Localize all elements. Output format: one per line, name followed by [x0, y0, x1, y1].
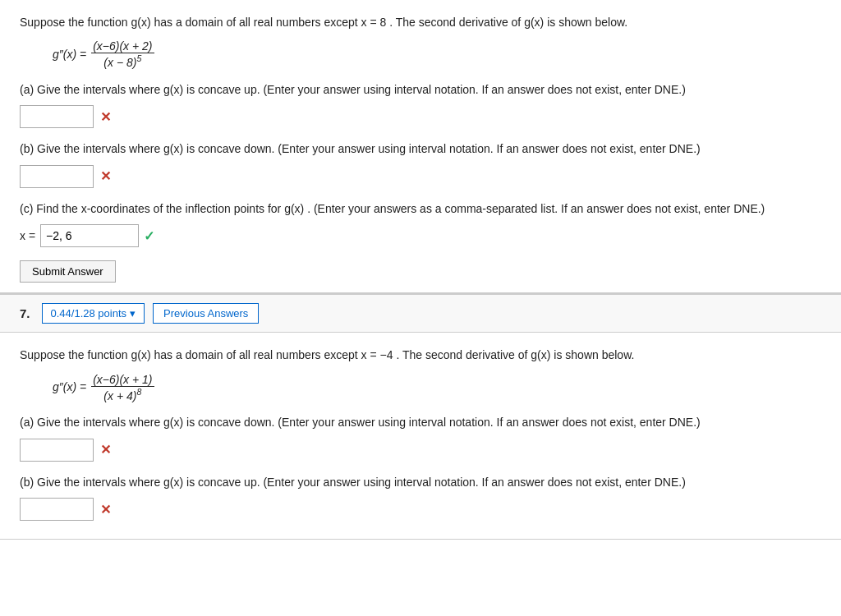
problem7-intro: Suppose the function g(x) has a domain o…: [20, 346, 821, 364]
problem7-fraction: (x−6)(x + 1) (x + 4)8: [91, 373, 154, 402]
problem7-numerator: (x−6)(x + 1): [91, 373, 154, 387]
problem6-partB-row: ✕: [20, 165, 821, 188]
problem7-partB-row: ✕: [20, 498, 821, 521]
problem7-partB-x-icon: ✕: [100, 502, 111, 517]
problem7-points-badge[interactable]: 0.44/1.28 points ▾: [42, 303, 145, 324]
problem6-partC-label: (c) Find the x-coordinates of the inflec…: [20, 200, 821, 218]
problem6-partA-row: ✕: [20, 105, 821, 128]
problem7-section: Suppose the function g(x) has a domain o…: [0, 333, 841, 540]
problem6-partA-input[interactable]: [20, 105, 94, 128]
problem7-header: 7. 0.44/1.28 points ▾ Previous Answers: [0, 293, 841, 333]
previous-answers-button[interactable]: Previous Answers: [153, 303, 259, 324]
problem6-denominator: (x − 8)5: [102, 53, 143, 69]
problem7-partA-x-icon: ✕: [100, 442, 111, 457]
problem7-partA-label: (a) Give the intervals where g(x) is con…: [20, 413, 821, 431]
problem6-submit-button[interactable]: Submit Answer: [20, 260, 116, 283]
problem6-partC-x-label: x =: [20, 229, 35, 242]
problem7-partB-label: (b) Give the intervals where g(x) is con…: [20, 473, 821, 491]
problem7-formula-left: g″(x) =: [53, 380, 86, 393]
problem6-formula-left: g″(x) =: [53, 48, 86, 61]
problem6-partC-check-icon: ✓: [144, 228, 154, 244]
problem7-formula: g″(x) = (x−6)(x + 1) (x + 4)8: [53, 373, 821, 402]
problem6-intro: Suppose the function g(x) has a domain o…: [20, 13, 821, 31]
problem6-fraction: (x−6)(x + 2) (x − 8)5: [91, 39, 154, 69]
problem6-partA-label: (a) Give the intervals where g(x) is con…: [20, 80, 821, 99]
problem7-denominator: (x + 4)8: [102, 387, 143, 402]
problem6-numerator: (x−6)(x + 2): [91, 39, 154, 53]
chevron-down-icon: ▾: [130, 307, 136, 319]
problem7-number: 7.: [20, 306, 30, 320]
problem7-partB-input[interactable]: [20, 498, 94, 521]
problem6-section: Suppose the function g(x) has a domain o…: [0, 0, 841, 293]
problem6-partB-input[interactable]: [20, 165, 94, 188]
problem7-partA-input[interactable]: [20, 439, 94, 462]
problem6-partC-input[interactable]: [40, 224, 139, 247]
problem6-partB-label: (b) Give the intervals where g(x) is con…: [20, 140, 821, 158]
problem7-partA-row: ✕: [20, 439, 821, 462]
problem6-partB-x-icon: ✕: [100, 168, 111, 184]
problem7-points-label: 0.44/1.28 points: [51, 307, 127, 319]
problem6-partA-x-icon: ✕: [100, 109, 111, 125]
page-wrapper: Suppose the function g(x) has a domain o…: [0, 0, 841, 616]
problem6-formula: g″(x) = (x−6)(x + 2) (x − 8)5: [53, 39, 821, 69]
problem6-partC-row: x = ✓: [20, 224, 821, 247]
